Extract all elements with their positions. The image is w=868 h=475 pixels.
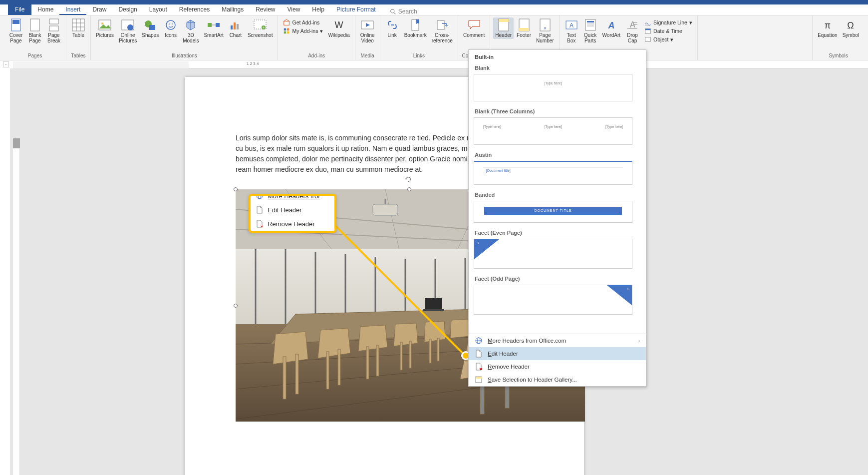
svg-rect-48: [587, 21, 594, 22]
date-time-button[interactable]: Date & Time: [642, 27, 694, 35]
online-pictures-button[interactable]: Online Pictures: [117, 17, 139, 44]
drop-cap-button[interactable]: ADrop Cap: [623, 17, 641, 44]
tab-review[interactable]: Review: [250, 4, 281, 15]
page-break-button[interactable]: Page Break: [45, 17, 63, 44]
blank-page-button[interactable]: Blank Page: [26, 17, 44, 44]
gallery-option-banded-label: Banded: [474, 190, 646, 201]
svg-text:π: π: [825, 20, 831, 30]
group-tables-label: Tables: [71, 52, 86, 60]
gallery-option-facet-odd[interactable]: 1: [474, 285, 632, 315]
ruler-corner[interactable]: ⌐: [3, 61, 9, 67]
wikipedia-button[interactable]: WWikipedia: [326, 17, 351, 39]
svg-text:A: A: [607, 20, 614, 30]
page-number-button[interactable]: #Page Number: [534, 17, 556, 44]
addins-icon: [283, 27, 290, 34]
svg-text:Ω: Ω: [848, 20, 854, 30]
svg-rect-38: [437, 20, 444, 29]
tab-layout[interactable]: Layout: [143, 4, 173, 15]
pictures-button[interactable]: Pictures: [94, 17, 116, 39]
header-gallery-dropdown: Built-in Blank [Type here] Blank (Three …: [468, 49, 646, 387]
equation-button[interactable]: πEquation: [816, 17, 839, 39]
svg-rect-97: [437, 338, 439, 361]
cross-reference-button[interactable]: Cross- reference: [430, 17, 455, 44]
globe-icon: [475, 337, 483, 345]
svg-rect-93: [376, 345, 379, 376]
cover-page-button[interactable]: Cover Page: [7, 17, 25, 44]
smartart-button[interactable]: SmartArt: [202, 17, 225, 39]
tab-picture-format[interactable]: Picture Format: [330, 4, 382, 15]
document-area[interactable]: Loris sump dolor sits mate is, is commun…: [10, 68, 868, 475]
tab-references[interactable]: References: [173, 4, 216, 15]
svg-point-13: [101, 22, 103, 24]
svg-rect-95: [409, 341, 411, 368]
table-button[interactable]: Table: [69, 17, 87, 39]
svg-rect-94: [400, 342, 402, 370]
footer-button[interactable]: Footer: [515, 17, 533, 39]
bookmark-button[interactable]: Bookmark: [402, 17, 429, 39]
gallery-category-builtin: Built-in: [474, 52, 646, 63]
tab-draw[interactable]: Draw: [86, 4, 112, 15]
svg-rect-5: [49, 19, 58, 24]
svg-line-1: [394, 12, 395, 14]
icons-button[interactable]: Icons: [162, 17, 180, 39]
wordart-button[interactable]: AWordArt: [600, 17, 623, 39]
my-addins-button[interactable]: My Add-ins ▾: [281, 27, 325, 35]
tab-insert[interactable]: Insert: [59, 4, 86, 15]
group-addins-label: Add-ins: [308, 52, 325, 60]
gallery-option-blank3[interactable]: [Type here] [Type here] [Type here]: [474, 117, 632, 145]
tell-me-search[interactable]: Search: [390, 8, 417, 15]
gallery-scroll[interactable]: Built-in Blank [Type here] Blank (Three …: [469, 50, 646, 334]
object-button[interactable]: Object ▾: [642, 35, 694, 43]
comment-button[interactable]: Comment: [461, 17, 487, 39]
symbol-button[interactable]: ΩSymbol: [841, 17, 861, 39]
3d-models-button[interactable]: 3D Models: [181, 17, 201, 44]
svg-rect-91: [338, 349, 340, 385]
group-symbols-label: Symbols: [829, 52, 848, 60]
gallery-edit-label: Edit Header: [488, 351, 518, 357]
gallery-save-label: Save Selection to Header Gallery...: [488, 377, 577, 383]
tab-file[interactable]: File: [8, 4, 31, 15]
rotate-handle-icon[interactable]: [405, 176, 412, 183]
header-button[interactable]: Header: [493, 17, 514, 39]
horizontal-ruler[interactable]: 1 2 3 4: [13, 61, 868, 68]
gallery-more-office[interactable]: More Headers from Office.com ›: [469, 334, 646, 347]
tab-design[interactable]: Design: [112, 4, 143, 15]
quick-parts-button[interactable]: Quick Parts: [581, 17, 599, 44]
store-icon: [283, 19, 290, 26]
svg-rect-17: [149, 25, 155, 30]
tab-mailings[interactable]: Mailings: [216, 4, 250, 15]
svg-point-20: [172, 23, 173, 24]
shapes-button[interactable]: Shapes: [140, 17, 161, 39]
gallery-option-facet-even[interactable]: 1: [474, 239, 632, 269]
svg-rect-96: [429, 339, 431, 363]
tab-help[interactable]: Help: [306, 4, 330, 15]
chevron-right-icon: ›: [638, 338, 640, 344]
gallery-option-austin[interactable]: [Document title]: [474, 161, 632, 185]
svg-rect-21: [208, 23, 212, 27]
svg-rect-22: [216, 23, 220, 27]
gallery-remove-header[interactable]: Remove Header: [469, 360, 646, 373]
link-button[interactable]: Link: [383, 17, 401, 39]
svg-rect-26: [237, 24, 239, 29]
gallery-option-banded[interactable]: DOCUMENT TITLE: [474, 201, 632, 223]
get-addins-button[interactable]: Get Add-ins: [281, 18, 325, 26]
svg-rect-87: [423, 309, 444, 311]
gallery-save-selection[interactable]: Save Selection to Header Gallery...: [469, 373, 646, 386]
chart-button[interactable]: Chart: [227, 17, 245, 39]
calendar-icon: [644, 27, 651, 34]
edit-header-callout: More Headers fror Edit Header Remove Hea…: [249, 194, 336, 233]
svg-point-18: [166, 20, 175, 29]
group-media-label: Media: [361, 52, 374, 60]
gallery-edit-header[interactable]: Edit Header: [469, 347, 646, 360]
signature-line-button[interactable]: Signature Line ▾: [642, 18, 694, 26]
gallery-option-blank[interactable]: [Type here]: [474, 74, 632, 101]
screenshot-button[interactable]: +Screenshot: [246, 17, 275, 39]
tab-view[interactable]: View: [282, 4, 306, 15]
tab-home[interactable]: Home: [31, 4, 59, 15]
svg-point-15: [127, 24, 133, 30]
text-box-button[interactable]: AText Box: [563, 17, 580, 44]
vertical-ruler[interactable]: [13, 138, 20, 475]
svg-text:A: A: [570, 22, 574, 29]
page-remove-icon: [256, 220, 264, 228]
online-video-button[interactable]: Online Video: [358, 17, 377, 44]
